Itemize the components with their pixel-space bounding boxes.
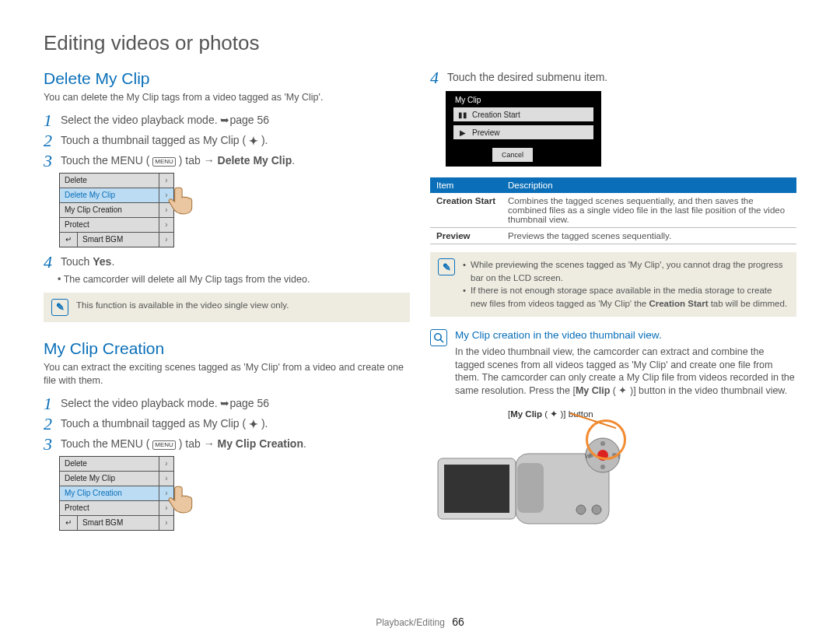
menu-row: Protect›: [60, 501, 173, 516]
creation-menu-screenshot: Delete› Delete My Clip› My Clip Creation…: [59, 456, 174, 531]
menu-item-label: Creation Start: [472, 111, 520, 119]
menu-item-label: Protect: [60, 503, 159, 512]
step-body: Touch a thumbnail tagged as My Clip ( ✦ …: [61, 416, 410, 430]
text: Touch: [61, 255, 93, 268]
text: ] button in the video thumbnail view.: [633, 385, 787, 396]
text-bold: Delete My Clip: [218, 154, 292, 167]
delete-step-4-bullet: • The camcorder will delete all My Clip …: [58, 274, 410, 285]
text: ).: [258, 134, 268, 146]
step-number: 4: [430, 69, 447, 86]
menu-item-label: My Clip Creation: [60, 489, 159, 497]
menu-row-active: My Clip Creation›: [60, 486, 173, 501]
table-header-row: Item Description: [430, 177, 796, 193]
play-icon: ▶: [458, 128, 467, 137]
delete-steps: 1 Select the video playback mode. ➥page …: [44, 112, 410, 170]
menu-item-label: Delete My Clip: [60, 474, 159, 482]
svg-rect-5: [444, 465, 509, 513]
table-row: Creation Start Combines the tagged scene…: [430, 193, 796, 228]
delete-step-4-wrap: 4 Touch Yes. • The camcorder will delete…: [44, 254, 410, 285]
svg-point-9: [600, 465, 605, 469]
left-column: Delete My Clip You can delete the My Cli…: [44, 69, 410, 547]
info-box: My Clip creation in the video thumbnail …: [430, 329, 796, 398]
step-body: Select the video playback mode. ➥page 56: [61, 112, 410, 126]
page-ref: page 56: [229, 114, 269, 126]
text: ).: [258, 417, 268, 430]
menu-item-label: Preview: [472, 128, 500, 137]
delete-step-2: 2 Touch a thumbnail tagged as My Clip ( …: [44, 132, 410, 149]
menu-chip-icon: MENU: [152, 157, 176, 167]
submenu-item: ▶Preview: [453, 125, 593, 139]
step-body: Select the video playback mode. ➥page 56: [61, 395, 410, 409]
text-bold: Creation Start: [649, 299, 708, 308]
delete-step-4: 4 Touch Yes.: [44, 254, 410, 271]
note-bullet: While previewing the scenes tagged as 'M…: [463, 258, 789, 284]
td-item: Preview: [430, 228, 502, 244]
text: Touch the MENU (: [61, 437, 152, 450]
delete-step-3: 3 Touch the MENU ( MENU ) tab → Delete M…: [44, 153, 410, 170]
svg-point-14: [576, 505, 586, 514]
camcorder-illustration: [My Clip ( ✦ )] button: [430, 409, 796, 547]
magnifier-icon: [430, 329, 447, 346]
menu-chip-icon: MENU: [152, 440, 176, 450]
note-icon: ✎: [51, 299, 68, 316]
step-body: Touch a thumbnail tagged as My Clip ( ✦ …: [61, 132, 410, 146]
menu-row-active: Delete My Clip›: [60, 188, 173, 203]
film-icon: ▮▮: [458, 111, 467, 119]
text: Touch a thumbnail tagged as My Clip (: [61, 134, 249, 146]
delete-intro: You can delete the My Clip tags from a v…: [44, 91, 410, 104]
table-row: Preview Previews the tagged scenes seque…: [430, 228, 796, 244]
step-number: 1: [44, 112, 61, 129]
step-body: Touch the desired submenu item.: [447, 69, 796, 83]
touch-hand-icon: [164, 482, 197, 514]
text: ) tab: [176, 154, 204, 167]
cancel-button: Cancel: [492, 148, 533, 162]
creation-step-2: 2 Touch a thumbnail tagged as My Clip ( …: [44, 416, 410, 433]
page-footer: Playback/Editing 66: [0, 616, 840, 628]
goto-arrow-icon: ➥: [220, 397, 229, 409]
creation-step-4: 4 Touch the desired submenu item.: [430, 69, 796, 86]
chevron-right-icon: ›: [159, 233, 173, 247]
chevron-right-icon: ›: [159, 516, 173, 530]
callout-circle-icon: [586, 419, 626, 460]
submenu-screenshot: My Clip ▮▮Creation Start ▶Preview Cancel: [446, 91, 601, 167]
note-body: This function is available in the video …: [76, 299, 289, 316]
myclip-icon: ( ✦ ): [610, 385, 633, 396]
svg-rect-3: [517, 463, 544, 513]
text: Select the video playback mode.: [61, 114, 220, 126]
delete-menu-screenshot: Delete› Delete My Clip› My Clip Creation…: [59, 173, 174, 247]
menu-row: My Clip Creation›: [60, 203, 173, 218]
description-table: Item Description Creation Start Combines…: [430, 177, 796, 244]
step-number: 3: [44, 153, 61, 170]
text-bold: My Clip: [576, 385, 610, 396]
menu-row: ↵Smart BGM›: [60, 516, 173, 530]
menu-item-label: Delete: [60, 459, 159, 468]
th-item: Item: [430, 177, 502, 193]
note-box: ✎ This function is available in the vide…: [44, 293, 410, 322]
delete-section-title: Delete My Clip: [44, 69, 410, 88]
footer-section: Playback/Editing: [376, 617, 445, 628]
step-body: Touch Yes.: [61, 254, 410, 268]
step-number: 3: [44, 436, 61, 453]
menu-row: Delete›: [60, 174, 173, 188]
svg-point-15: [592, 505, 601, 514]
camcorder-body: W T: [430, 430, 632, 547]
step-number: 2: [44, 132, 61, 149]
button-callout-label: [My Clip ( ✦ )] button: [508, 409, 796, 419]
text: The camcorder will delete all My Clip ta…: [64, 274, 310, 285]
note-bullet: If there is not enough storage space ava…: [463, 284, 789, 310]
text: Touch the MENU (: [61, 154, 152, 167]
note-box-2: ✎ While previewing the scenes tagged as …: [430, 252, 796, 317]
page-ref: page 56: [229, 397, 269, 409]
text: Select the video playback mode.: [61, 397, 220, 409]
text-bold: My Clip: [510, 409, 542, 419]
text: While previewing the scenes tagged as 'M…: [471, 258, 789, 284]
two-column-layout: Delete My Clip You can delete the My Cli…: [44, 69, 796, 547]
step-body: Touch the MENU ( MENU ) tab → Delete My …: [61, 153, 410, 167]
text: Touch a thumbnail tagged as My Clip (: [61, 417, 249, 430]
myclip-icon: ✦: [249, 418, 258, 430]
menu-item-label: Smart BGM: [78, 518, 159, 527]
back-icon: ↵: [60, 233, 78, 247]
info-title: My Clip creation in the video thumbnail …: [455, 329, 796, 341]
text-bold: My Clip Creation: [218, 437, 303, 450]
creation-step-3: 3 Touch the MENU ( MENU ) tab → My Clip …: [44, 436, 410, 453]
